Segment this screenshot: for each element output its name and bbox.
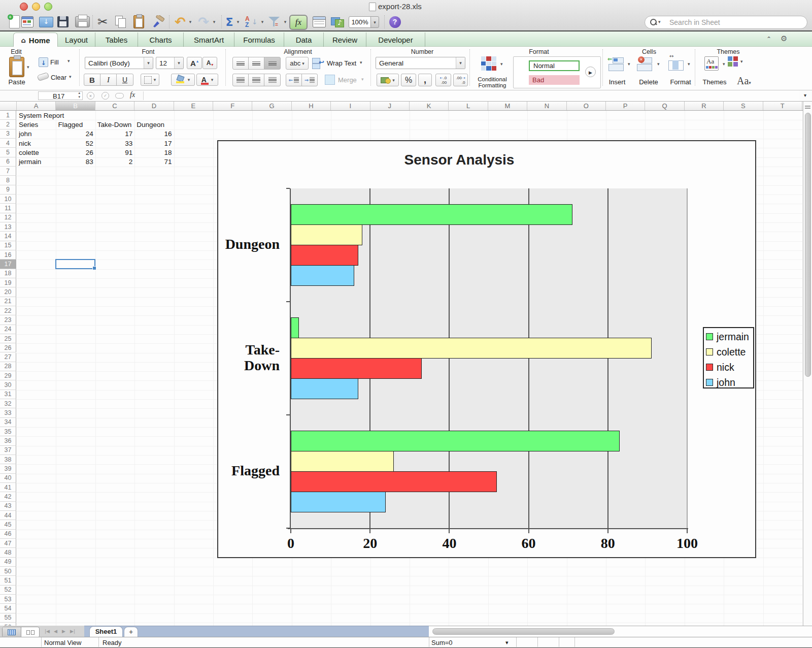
fill-dropdown[interactable]: ▾ (67, 58, 70, 63)
clear-dropdown[interactable]: ▾ (69, 74, 72, 79)
row-header-44[interactable]: 44 (0, 511, 16, 520)
last-sheet-button[interactable]: ▶| (70, 629, 75, 634)
row-header-52[interactable]: 52 (0, 586, 16, 595)
column-header-M[interactable]: M (488, 102, 527, 110)
view-buttons[interactable] (2, 627, 40, 638)
name-box[interactable]: B17 ▴▾ (38, 91, 83, 100)
tab-tables[interactable]: Tables (95, 33, 138, 47)
number-format-select[interactable]: General▾ (376, 57, 465, 69)
conditional-formatting-dropdown[interactable]: ▾ (500, 61, 503, 67)
cell-A3[interactable]: john (19, 129, 32, 139)
bar-take-down-john[interactable] (291, 378, 358, 399)
redo-dropdown[interactable]: ▾ (212, 14, 217, 29)
name-box-stepper[interactable]: ▴▾ (78, 91, 80, 99)
row-header-48[interactable]: 48 (0, 548, 16, 557)
styles-scroll-button[interactable]: ▶ (585, 67, 596, 77)
column-header-N[interactable]: N (527, 102, 566, 110)
cell-C6[interactable]: 2 (95, 157, 132, 167)
font-color-button[interactable]: A ▾ (196, 74, 218, 86)
column-header-G[interactable]: G (252, 102, 291, 110)
chart-legend[interactable]: jermain colette nick john (703, 327, 754, 388)
formula-input[interactable] (144, 90, 799, 101)
bar-flagged-nick[interactable] (291, 471, 497, 492)
row-header-20[interactable]: 20 (0, 287, 16, 297)
row-header-26[interactable]: 26 (0, 343, 16, 352)
comma-button[interactable]: , (418, 74, 432, 86)
row-header-42[interactable]: 42 (0, 492, 16, 501)
tab-formulas[interactable]: Formulas (234, 33, 284, 47)
bar-take-down-jermain[interactable] (291, 317, 299, 338)
row-header-49[interactable]: 49 (0, 558, 16, 567)
cell-A1[interactable]: System Report (19, 111, 64, 120)
merge-dropdown[interactable]: ▾ (361, 77, 364, 82)
row-header-55[interactable]: 55 (0, 613, 16, 623)
row-header-22[interactable]: 22 (0, 306, 16, 315)
bar-take-down-colette[interactable] (291, 338, 652, 359)
cell-C2[interactable]: Take-Down (97, 120, 132, 129)
zoom-window-button[interactable] (44, 3, 52, 11)
row-header-36[interactable]: 36 (0, 436, 16, 445)
row-header-16[interactable]: 16 (0, 250, 16, 260)
align-bottom-button[interactable] (264, 57, 281, 70)
selection-fill-handle[interactable] (92, 266, 96, 270)
filter-dropdown[interactable]: ▾ (283, 14, 288, 29)
row-header-33[interactable]: 33 (0, 408, 16, 417)
percent-button[interactable]: % (401, 74, 416, 86)
cell-A2[interactable]: Series (19, 120, 38, 129)
row-header-29[interactable]: 29 (0, 371, 16, 380)
bar-flagged-john[interactable] (291, 492, 386, 512)
paste-button[interactable] (131, 14, 146, 29)
horizontal-scrollbar-thumb[interactable] (432, 628, 615, 635)
fill-icon[interactable]: ↓ (39, 57, 48, 67)
column-header-J[interactable]: J (370, 102, 410, 110)
cell-B5[interactable]: 26 (56, 148, 93, 157)
row-header-47[interactable]: 47 (0, 539, 16, 548)
row-header-23[interactable]: 23 (0, 315, 16, 325)
media-browser-button[interactable]: ♪ (330, 14, 346, 29)
increase-decimal-button[interactable]: ⇠.0.00 (435, 74, 451, 86)
cell-B6[interactable]: 83 (56, 157, 93, 167)
formula-builder-button[interactable]: fx (289, 15, 308, 30)
bar-dungeon-colette[interactable] (291, 224, 362, 245)
bar-dungeon-john[interactable] (291, 265, 354, 286)
chart[interactable]: Sensor Analysis DungeonTake-DownFlagged0… (217, 140, 756, 558)
row-header-43[interactable]: 43 (0, 502, 16, 511)
cancel-entry-button[interactable]: × (87, 92, 94, 100)
cell-D4[interactable]: 17 (134, 139, 172, 148)
gear-icon[interactable]: ⚙ (781, 34, 787, 43)
orientation-button[interactable]: abc▾ (286, 57, 309, 70)
undo-dropdown[interactable]: ▾ (188, 14, 193, 29)
paste-icon[interactable] (9, 57, 24, 77)
cut-button[interactable]: ✂ (95, 14, 110, 29)
row-header-15[interactable]: 15 (0, 241, 16, 250)
column-header-Q[interactable]: Q (645, 102, 684, 110)
align-right-button[interactable] (264, 74, 281, 86)
show-formulas-button[interactable] (312, 14, 327, 29)
row-header-4[interactable]: 4 (0, 139, 16, 148)
horizontal-scrollbar[interactable] (429, 626, 812, 637)
theme-fonts-button[interactable]: Aa▾ (737, 75, 751, 87)
selected-cell-outline[interactable] (55, 259, 95, 269)
row-header-21[interactable]: 21 (0, 297, 16, 306)
redo-button[interactable]: ↷ (196, 14, 211, 29)
row-header-11[interactable]: 11 (0, 204, 16, 213)
row-header-6[interactable]: 6 (0, 157, 16, 167)
add-sheet-tab[interactable]: + (124, 627, 138, 637)
row-header-8[interactable]: 8 (0, 176, 16, 185)
insert-cells-dropdown[interactable]: ▾ (628, 61, 630, 67)
shrink-font-button[interactable]: A▾ (202, 57, 217, 69)
column-header-P[interactable]: P (606, 102, 645, 110)
cell-A4[interactable]: nick (19, 139, 31, 148)
cell-D2[interactable]: Dungeon (137, 120, 164, 129)
scrollbar-split-handle[interactable] (805, 106, 810, 107)
row-header-14[interactable]: 14 (0, 232, 16, 241)
borders-button[interactable]: ▾ (141, 74, 159, 86)
row-header-10[interactable]: 10 (0, 195, 16, 204)
tab-review[interactable]: Review (324, 33, 366, 47)
filter-button[interactable]: = (267, 14, 282, 29)
fill-color-button[interactable]: ▾ (171, 74, 195, 86)
row-header-27[interactable]: 27 (0, 353, 16, 362)
grow-font-button[interactable]: A▴ (187, 57, 202, 69)
column-header-D[interactable]: D (134, 102, 174, 110)
row-header-39[interactable]: 39 (0, 464, 16, 473)
